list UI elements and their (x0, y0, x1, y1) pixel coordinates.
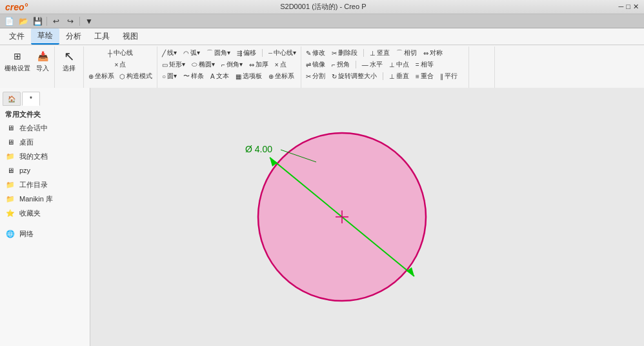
horiz-button[interactable]: —水平 (360, 59, 385, 70)
manikin-label: Manikin 库 (19, 194, 53, 204)
edit-sep-3 (383, 72, 383, 80)
menu-file[interactable]: 文件 (3, 29, 31, 44)
fillet-label: 圆角▾ (214, 48, 230, 57)
sidebar-item-desktop[interactable]: 🖥 桌面 (0, 135, 90, 149)
sidebar-tab-starred[interactable]: * (22, 92, 40, 106)
palette-button[interactable]: ▦选项板 (234, 71, 264, 81)
line-button[interactable]: ╱线▾ (160, 48, 179, 58)
perp-button[interactable]: ⊥垂直 (387, 71, 411, 81)
fillet-button[interactable]: ⌒圆角▾ (205, 48, 232, 58)
canvas-svg: Ø 4.00 (90, 88, 644, 346)
modify-label: 修改 (312, 48, 325, 57)
minimize-button[interactable]: ─ (619, 3, 624, 11)
spline-button[interactable]: 〜样条 (181, 71, 206, 81)
modify-button[interactable]: ✎修改 (304, 48, 327, 58)
thicken-button[interactable]: ⇔加厚 (247, 59, 270, 70)
sidebar-item-workdir[interactable]: 📁 工作目录 (0, 178, 90, 192)
spline-icon: 〜 (183, 72, 190, 81)
window-controls[interactable]: ─ □ ✕ (619, 3, 639, 11)
sidebar-item-mydocs[interactable]: 📁 我的文档 (0, 149, 90, 163)
pt-label: 点 (280, 60, 287, 69)
tangent-button[interactable]: ⌒相切 (394, 48, 419, 58)
ellipse-label: 椭圆▾ (199, 60, 215, 69)
horiz-label: 水平 (370, 60, 383, 69)
grid-settings-icon: ⊞ (10, 49, 25, 63)
coinc-label: 重合 (421, 72, 434, 81)
qa-undo-button[interactable]: ↩ (50, 15, 63, 27)
sidebar-item-session[interactable]: 🖥 在会话中 (0, 121, 90, 135)
chamfer-button[interactable]: ⌐倒角▾ (219, 59, 245, 70)
qa-open-button[interactable]: 📂 (17, 15, 30, 27)
close-button[interactable]: ✕ (633, 3, 639, 11)
coinc-button[interactable]: ≡重合 (414, 71, 436, 81)
vertical-button[interactable]: ⊥竖直 (368, 48, 392, 58)
text-button[interactable]: A文本 (208, 71, 231, 81)
qa-save-button[interactable]: 💾 (31, 15, 44, 27)
arc-button[interactable]: ◠弧▾ (181, 48, 202, 58)
select-icon: ↖ (62, 49, 76, 63)
sidebar-item-manikin[interactable]: 📁 Manikin 库 (0, 192, 90, 206)
rect-button[interactable]: ▭矩形▾ (160, 59, 187, 70)
menu-view[interactable]: 视图 (116, 29, 145, 44)
vertical-icon: ⊥ (370, 50, 376, 57)
menu-sketch[interactable]: 草绘 (31, 28, 59, 45)
maximize-button[interactable]: □ (626, 3, 630, 11)
network-label: 网络 (19, 229, 34, 239)
menu-tools[interactable]: 工具 (88, 29, 116, 44)
circle-icon: ○ (162, 73, 166, 80)
line-icon: ╱ (162, 50, 166, 57)
perp-label: 垂直 (396, 72, 409, 81)
midpt-button[interactable]: ⊥中点 (387, 59, 411, 70)
point-icon: × (115, 61, 119, 68)
menu-analysis[interactable]: 分析 (59, 29, 88, 44)
ellipse-button[interactable]: ⬭椭圆▾ (190, 59, 217, 70)
sidebar-tab-home[interactable]: 🏠 (3, 92, 21, 106)
coord-button[interactable]: ⊕ 坐标系 (86, 71, 116, 81)
trim-button[interactable]: ✂删除段 (330, 48, 359, 58)
mydocs-icon: 📁 (5, 151, 15, 161)
window-title: S2D0001 (活动的) - Creo P (280, 2, 366, 12)
circle-button[interactable]: ○圆▾ (160, 71, 179, 81)
corner-label: 拐角 (337, 60, 350, 69)
datum-buttons-2: × 点 (113, 59, 128, 70)
centerline-button[interactable]: ┼ 中心线 (106, 48, 135, 58)
import-button[interactable]: 📥 导入 (34, 48, 52, 74)
equal-label: 相等 (421, 60, 434, 69)
coord2-label: 坐标系 (275, 72, 294, 81)
title-bar: creo° S2D0001 (活动的) - Creo P ─ □ ✕ (0, 0, 644, 14)
canvas-area[interactable]: Ø 4.00 (90, 88, 644, 346)
edit-row-1: ✎修改 ✂删除段 ⊥竖直 ⌒相切 ⇔对称 (304, 48, 466, 58)
equal-button[interactable]: =相等 (414, 59, 436, 70)
qa-redo-button[interactable]: ↪ (64, 15, 77, 27)
split-button[interactable]: ✂分割 (304, 71, 327, 81)
sidebar-section-label: 常用文件夹 (0, 107, 90, 121)
pt-button[interactable]: ×点 (273, 59, 288, 70)
pzy-icon: 🖥 (5, 165, 15, 176)
offset-button[interactable]: ⇶偏移 (235, 48, 258, 58)
construct-button[interactable]: ⬡ 构造模式 (117, 71, 154, 81)
import-label: 导入 (36, 64, 49, 73)
mydocs-label: 我的文档 (19, 152, 48, 161)
corner-button[interactable]: ⌐拐角 (330, 59, 352, 70)
mirror-icon: ⇌ (306, 61, 311, 68)
pt-icon: × (275, 61, 279, 68)
qa-more-button[interactable]: ▼ (83, 15, 96, 27)
rotate-btn[interactable]: ↻旋转调整大小 (330, 71, 379, 81)
sidebar-item-pzy[interactable]: 🖥 pzy (0, 163, 90, 178)
parallel-button[interactable]: ∥平行 (438, 71, 459, 81)
offset-icon: ⇶ (237, 50, 242, 57)
sidebar-item-network[interactable]: 🌐 网络 (0, 227, 90, 241)
qa-new-button[interactable]: 📄 (3, 15, 15, 27)
select-button[interactable]: ↖ 选择 (57, 48, 81, 74)
point-button[interactable]: × 点 (113, 59, 128, 70)
text-icon: A (210, 73, 215, 80)
edit-sep-2 (356, 61, 356, 68)
desktop-icon: 🖥 (5, 137, 15, 147)
sidebar-item-favorites[interactable]: ⭐ 收藏夹 (0, 206, 90, 220)
cline-button[interactable]: ┄中心线▾ (267, 48, 298, 58)
grid-settings-button[interactable]: ⊞ 栅格设置 (3, 48, 32, 74)
sym-button[interactable]: ⇔对称 (421, 48, 445, 58)
mirror-button[interactable]: ⇌镜像 (304, 59, 327, 70)
rotate-label: 旋转调整大小 (338, 72, 377, 81)
coord2-button[interactable]: ⊕坐标系 (267, 71, 296, 81)
